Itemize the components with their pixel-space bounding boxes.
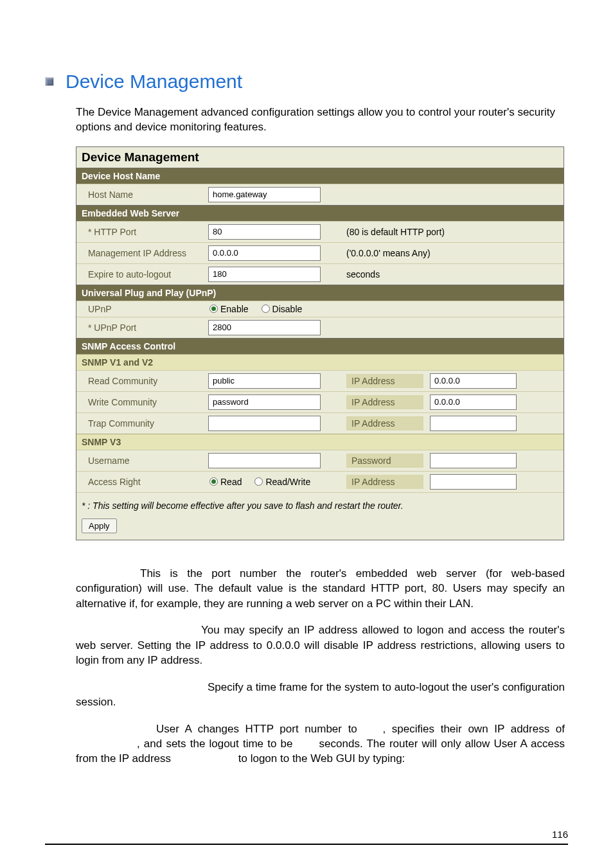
upnp-port-input[interactable] [208,320,321,335]
host-name-label: Host Name [76,190,208,200]
http-port-label: * HTTP Port [76,227,208,237]
snmp-username-row: Username Password [76,450,564,471]
upnp-port-label: * UPnP Port [76,323,208,333]
mgmt-ip-desc: You may specify an IP address allowed to… [76,623,565,668]
trap-community-label: Trap Community [76,418,208,429]
snmp-password-input[interactable] [430,453,517,468]
host-name-row: Host Name [76,184,564,205]
write-community-row: Write Community IP Address [76,391,564,412]
read-community-row: Read Community IP Address [76,370,564,391]
trap-ip-label: IP Address [346,416,423,430]
radio-icon [209,305,218,313]
snmp-v12-header: SNMP V1 and V2 [76,354,564,370]
snmp-username-input[interactable] [208,453,321,468]
page-title: Device Management [66,71,242,93]
read-community-label: Read Community [76,376,208,386]
radio-icon [254,477,263,486]
host-name-input[interactable] [208,187,321,202]
snmp-v3-header: SNMP V3 [76,434,564,450]
example-desc: User A changes HTTP port number to , spe… [76,722,565,766]
device-management-panel: Device Management Device Host Name Host … [76,146,564,540]
footnote: * : This setting will become effective a… [76,492,564,513]
upnp-label: UPnP [76,304,208,314]
access-readwrite-label: Read/Write [265,477,310,487]
radio-icon [262,305,270,313]
access-ip-input[interactable] [430,474,517,490]
snmp-section-header: SNMP Access Control [76,338,564,354]
upnp-disable-label: Disable [272,304,303,314]
read-community-input[interactable] [208,373,321,389]
footer-rule [45,844,568,845]
trap-community-row: Trap Community IP Address [76,412,564,434]
apply-button[interactable]: Apply [82,518,117,533]
access-read-label: Read [220,477,242,487]
intro-text: The Device Management advanced configura… [76,105,568,135]
write-ip-input[interactable] [430,394,517,410]
http-port-desc: This is the port number the router's emb… [76,566,565,611]
http-port-input[interactable] [208,224,321,240]
mgmt-ip-label: Management IP Address [76,248,208,258]
write-community-input[interactable] [208,394,321,410]
mgmt-ip-hint: ('0.0.0.0' means Any) [346,248,564,258]
upnp-disable-radio[interactable]: Disable [262,304,303,314]
host-section-header: Device Host Name [76,168,564,184]
mgmt-ip-input[interactable] [208,245,321,261]
page-number: 116 [552,829,568,840]
read-ip-label: IP Address [346,374,423,388]
snmp-username-label: Username [76,456,208,466]
section-bullet [45,77,54,86]
http-port-hint: (80 is default HTTP port) [346,227,564,237]
read-ip-input[interactable] [430,373,517,389]
upnp-port-row: * UPnP Port [76,317,564,338]
web-section-header: Embedded Web Server [76,205,564,221]
snmp-password-label: Password [346,454,423,468]
trap-community-input[interactable] [208,416,321,431]
upnp-enable-label: Enable [220,304,249,314]
expire-row: Expire to auto-logout seconds [76,263,564,285]
http-port-row: * HTTP Port (80 is default HTTP port) [76,221,564,242]
mgmt-ip-row: Management IP Address ('0.0.0.0' means A… [76,242,564,263]
expire-input[interactable] [208,267,321,282]
access-right-row: Access Right Read Read/Write IP Address [76,471,564,492]
access-right-label: Access Right [76,477,208,487]
expire-label: Expire to auto-logout [76,269,208,279]
write-community-label: Write Community [76,397,208,407]
description-text: This is the port number the router's emb… [76,566,565,766]
access-readwrite-radio[interactable]: Read/Write [254,477,310,487]
trap-ip-input[interactable] [430,416,517,431]
expire-hint: seconds [346,269,564,279]
panel-title: Device Management [76,147,564,168]
expire-desc: Specify a time frame for the system to a… [76,680,565,710]
access-ip-label: IP Address [346,475,423,489]
radio-icon [209,477,218,486]
upnp-section-header: Universal Plug and Play (UPnP) [76,285,564,301]
upnp-enable-radio[interactable]: Enable [209,304,249,314]
access-read-radio[interactable]: Read [209,477,242,487]
write-ip-label: IP Address [346,395,423,409]
upnp-row: UPnP Enable Disable [76,301,564,317]
